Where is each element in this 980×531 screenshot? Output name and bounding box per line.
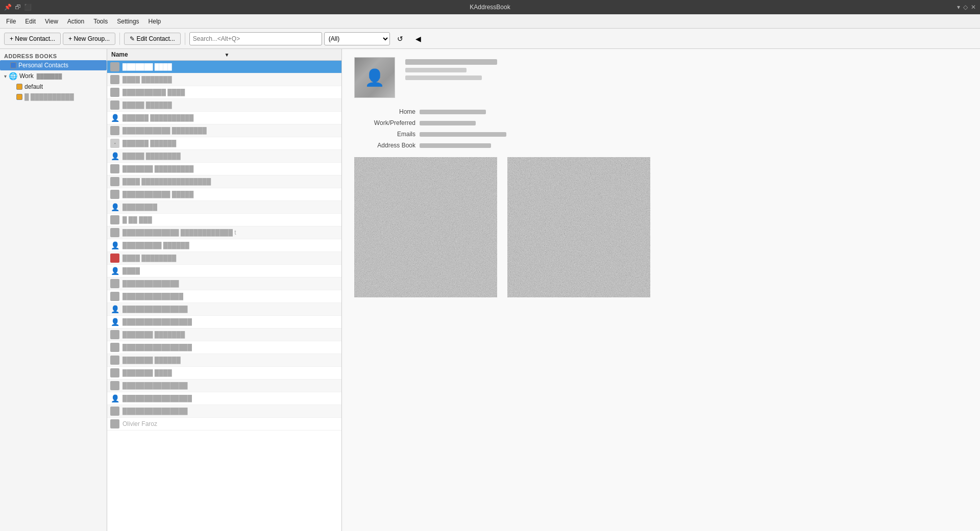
contact-list: Name ▼ ███████ ████ ████ ███████ ███████… [107, 49, 342, 531]
contact-row[interactable]: 👤 ████████████████ [107, 392, 341, 405]
contact-row[interactable]: 👤 █████ ████████ [107, 150, 341, 163]
sort-icon[interactable]: ▼ [225, 52, 338, 58]
contact-row[interactable]: ███████ █████████ [107, 163, 341, 175]
contact-avatar-person: 👤 [110, 394, 119, 403]
contact-avatar [110, 368, 119, 377]
contact-list-header: Name ▼ [107, 49, 341, 61]
menu-view[interactable]: View [41, 16, 62, 27]
contact-row[interactable]: ██████████████ [107, 290, 341, 303]
contact-row[interactable]: ███████████████ [107, 405, 341, 418]
dropdown-arrow-icon[interactable]: ▾ [957, 4, 960, 11]
contact-avatar-person: 👤 [110, 305, 119, 314]
contact-name: ███████ █████████ [122, 165, 338, 172]
contact-row[interactable]: 👤 █████████ ██████ [107, 239, 341, 252]
contact-row[interactable]: ███████████ ████████ [107, 124, 341, 137]
contact-row[interactable]: 👤 ██████ ██████████ [107, 112, 341, 124]
new-contact-button[interactable]: + New Contact... [4, 33, 61, 45]
search-input[interactable] [189, 32, 322, 45]
contact-row[interactable]: ████ ████████████████ [107, 175, 341, 188]
work-extra: ███████ [37, 73, 62, 79]
default-checkbox[interactable] [16, 84, 22, 90]
contact-row[interactable]: 👤 ████ [107, 265, 341, 277]
address-book-label: Address Book [354, 142, 415, 149]
menu-help[interactable]: Help [144, 16, 165, 27]
addressbook-value [420, 143, 491, 148]
contact-avatar [110, 292, 119, 301]
contact-avatar: ▪ [110, 139, 119, 148]
contact-row[interactable]: ███████ ███████ [107, 328, 341, 341]
contact-row[interactable]: 👤 ███████████████ [107, 303, 341, 316]
contact-name: █████████████ ████████████ t [122, 229, 338, 236]
contact-list-scroll[interactable]: ███████ ████ ████ ███████ ██████████ ███… [107, 61, 341, 531]
contact-avatar [110, 75, 119, 84]
detail-name-line-3 [405, 75, 482, 80]
menu-settings[interactable]: Settings [113, 16, 143, 27]
contact-name: ████ ███████ [122, 76, 338, 83]
contact-row[interactable]: 👤 ████████ [107, 201, 341, 214]
diamond-icon[interactable]: ◇ [963, 4, 968, 11]
detail-name-block [405, 57, 497, 80]
work-preferred-label: Work/Preferred [354, 119, 415, 127]
main-content: Address Books Personal Contacts ▾ 🌐 Work… [0, 49, 980, 531]
contact-row[interactable]: █ ██ ███ [107, 214, 341, 226]
address-books-header: Address Books [0, 51, 107, 60]
detail-panel: 👤 Home Work/Preferred Emails Address Boo… [342, 49, 980, 531]
sidebar-item-personal-contacts[interactable]: Personal Contacts [0, 60, 107, 70]
menu-tools[interactable]: Tools [89, 16, 112, 27]
contact-avatar [110, 343, 119, 352]
menu-edit[interactable]: Edit [21, 16, 40, 27]
contact-row[interactable]: ████████████████ [107, 341, 341, 354]
refresh-button[interactable]: ↺ [392, 33, 408, 45]
sidebar-item-work[interactable]: ▾ 🌐 Work ███████ [0, 70, 107, 82]
sidebar-item-default[interactable]: default [0, 82, 107, 92]
detail-name-line-2 [405, 68, 467, 72]
back-button[interactable]: ◀ [410, 33, 426, 45]
filter-dropdown[interactable]: (All) Personal Contacts Work [324, 32, 390, 45]
contact-row[interactable]: █████ ██████ [107, 99, 341, 112]
pin-icon[interactable]: 📌 [4, 4, 12, 11]
sidebar-item-extra[interactable]: █ ██████████ [0, 92, 107, 102]
restore-icon[interactable]: 🗗 [15, 4, 21, 11]
contact-row[interactable]: ███████████ █████ [107, 188, 341, 201]
contact-row[interactable]: Olivier Faroz [107, 418, 341, 431]
contact-row[interactable]: ███████ ██████ [107, 354, 341, 367]
app-icon: ⬛ [24, 4, 32, 11]
contact-avatar [110, 62, 119, 71]
edit-contact-button[interactable]: ✎ Edit Contact... [124, 33, 181, 45]
contact-avatar [110, 228, 119, 237]
window-title: KAddressBook [470, 4, 510, 11]
contact-row[interactable]: ████ ███████ [107, 73, 341, 86]
new-group-button[interactable]: + New Group... [63, 33, 115, 45]
close-icon[interactable]: ✕ [971, 4, 976, 11]
contact-name: ████████████████ [122, 395, 338, 402]
menu-action[interactable]: Action [63, 16, 88, 27]
contact-avatar-person: 👤 [110, 113, 119, 122]
contact-avatar [110, 356, 119, 365]
contact-row[interactable]: ███████ ████ [107, 367, 341, 380]
toolbar-separator [119, 33, 120, 45]
contact-avatar [110, 100, 119, 110]
extra-checkbox[interactable] [16, 94, 22, 100]
contact-name: Olivier Faroz [122, 420, 338, 427]
toolbar-separator-2 [185, 33, 185, 45]
contact-name: █████████ ██████ [122, 242, 338, 249]
contact-row[interactable]: █████████████ [107, 277, 341, 290]
home-label: Home [354, 108, 415, 115]
contact-row[interactable]: ████ ████████ [107, 252, 341, 265]
contact-row[interactable]: ███████ ████ [107, 61, 341, 73]
extra-label: █ ██████████ [24, 93, 74, 100]
menu-file[interactable]: File [2, 16, 20, 27]
qr-container [354, 157, 968, 297]
contact-avatar [110, 330, 119, 339]
contact-name: ███████████████ [122, 408, 338, 415]
window-controls: ▾ ◇ ✕ [957, 4, 976, 11]
contact-row[interactable]: ███████████████ [107, 380, 341, 392]
contact-avatar [110, 177, 119, 186]
personal-contacts-checkbox[interactable] [10, 62, 16, 68]
contact-row[interactable]: ▪ ██████ ██████ [107, 137, 341, 150]
contact-avatar [110, 381, 119, 390]
contact-row[interactable]: ██████████ ████ [107, 86, 341, 99]
svg-rect-3 [507, 157, 650, 297]
contact-row[interactable]: 👤 ████████████████ [107, 316, 341, 328]
contact-row[interactable]: █████████████ ████████████ t [107, 226, 341, 239]
